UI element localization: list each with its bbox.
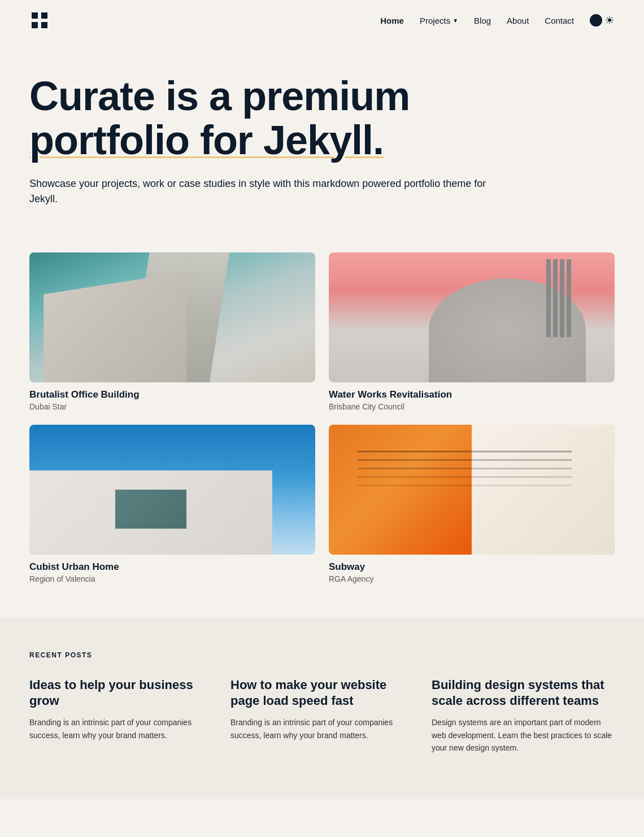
nav-blog[interactable]: Blog: [474, 16, 491, 25]
hero-section: Curate is a premium portfolio for Jekyll…: [0, 41, 644, 230]
post-title: Building design systems that scale acros…: [432, 677, 615, 708]
post-title: How to make your website page load speed…: [230, 677, 414, 708]
project-title: Water Works Revitalisation: [329, 389, 615, 400]
nav-contact[interactable]: Contact: [545, 16, 574, 25]
hero-heading: Curate is a premium portfolio for Jekyll…: [29, 75, 414, 163]
project-image: [329, 425, 615, 555]
project-card[interactable]: Brutalist Office Building Dubai Star: [29, 252, 315, 411]
project-title: Cubist Urban Home: [29, 561, 315, 573]
project-card[interactable]: Cubist Urban Home Region of Valencia: [29, 425, 315, 583]
post-excerpt: Design systems are an important part of …: [432, 716, 615, 754]
post-excerpt: Branding is an intrinsic part of your co…: [230, 716, 414, 742]
logo[interactable]: [29, 10, 50, 30]
post-card[interactable]: Ideas to help your business grow Brandin…: [29, 677, 212, 754]
light-mode-icon: ☀: [604, 14, 615, 27]
project-subtitle: Brisbane City Council: [329, 402, 615, 411]
post-title: Ideas to help your business grow: [29, 677, 212, 708]
project-subtitle: Dubai Star: [29, 402, 315, 411]
dark-mode-icon: [590, 14, 602, 27]
nav-links: Home Projects ▼ Blog About Contact ☀: [380, 14, 615, 27]
svg-rect-3: [41, 22, 47, 28]
project-image: [29, 252, 315, 382]
subway-image: [329, 425, 615, 555]
project-image: [29, 425, 315, 555]
svg-rect-0: [32, 12, 38, 19]
post-card[interactable]: How to make your website page load speed…: [230, 677, 414, 754]
project-card[interactable]: Subway RGA Agency: [329, 425, 615, 583]
svg-rect-2: [32, 22, 38, 28]
project-card[interactable]: Water Works Revitalisation Brisbane City…: [329, 252, 615, 411]
nav-about[interactable]: About: [507, 16, 529, 25]
projects-grid: Brutalist Office Building Dubai Star Wat…: [0, 230, 644, 617]
project-title: Subway: [329, 561, 615, 573]
svg-rect-1: [41, 12, 47, 19]
logo-icon: [29, 10, 50, 30]
post-card[interactable]: Building design systems that scale acros…: [432, 677, 615, 754]
post-excerpt: Branding is an intrinsic part of your co…: [29, 716, 212, 742]
waterworks-image: [329, 252, 615, 382]
cubist-home-image: [29, 425, 315, 555]
project-image: [329, 252, 615, 382]
posts-grid: Ideas to help your business grow Brandin…: [29, 677, 615, 754]
recent-posts-label: Recent Posts: [29, 651, 615, 659]
project-subtitle: RGA Agency: [329, 574, 615, 583]
hero-subheading: Showcase your projects, work or case stu…: [29, 176, 493, 208]
nav-projects[interactable]: Projects ▼: [420, 16, 458, 25]
nav-home[interactable]: Home: [380, 16, 404, 25]
chevron-down-icon: ▼: [452, 18, 458, 24]
brutalist-building-image: [29, 252, 315, 382]
project-subtitle: Region of Valencia: [29, 574, 315, 583]
recent-posts-section: Recent Posts Ideas to help your business…: [0, 617, 644, 799]
theme-toggle[interactable]: ☀: [590, 14, 615, 27]
project-title: Brutalist Office Building: [29, 389, 315, 400]
navbar: Home Projects ▼ Blog About Contact ☀: [0, 0, 644, 41]
